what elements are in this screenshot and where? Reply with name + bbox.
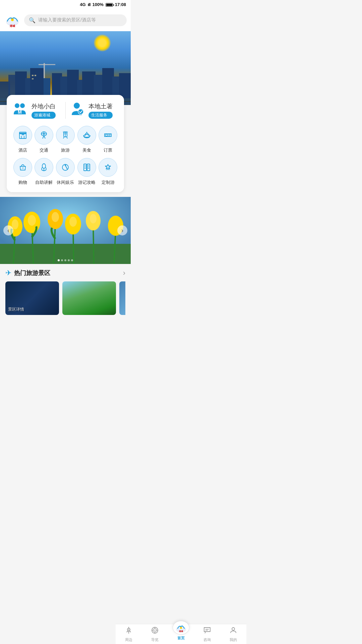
notes-label: 游记攻略: [78, 179, 96, 185]
service-guide[interactable]: 自助讲解: [34, 158, 55, 185]
svg-rect-46: [63, 131, 68, 132]
svg-text:港城: 港城: [10, 24, 15, 28]
svg-point-42: [43, 133, 45, 135]
service-hotel[interactable]: 酒店: [12, 126, 34, 153]
travel-label: 旅游: [61, 147, 70, 153]
user-type-local[interactable]: 本地土著 生活服务: [69, 102, 119, 119]
dot-2[interactable]: [61, 259, 63, 261]
signal-bars: ıll: [88, 2, 90, 7]
carousel-dots: [58, 259, 73, 261]
service-food[interactable]: 美食: [76, 126, 98, 153]
service-shopping[interactable]: 购物: [12, 158, 34, 185]
dot-4[interactable]: [68, 259, 70, 261]
outsider-badge: 游遍港城: [32, 112, 56, 119]
svg-point-29: [74, 103, 80, 109]
service-travel[interactable]: 旅游: [55, 126, 76, 153]
service-leisure[interactable]: 休闲娱乐: [55, 158, 76, 185]
guide-icon: [35, 158, 53, 177]
food-label: 美食: [82, 147, 91, 153]
svg-point-88: [69, 217, 77, 227]
leisure-icon: [56, 158, 75, 177]
notes-icon: [77, 158, 96, 177]
service-ticket[interactable]: 订票: [97, 126, 119, 153]
leisure-label: 休闲娱乐: [57, 179, 74, 185]
user-type-outsider[interactable]: M 外地小白 游遍港城: [12, 102, 62, 119]
local-info: 本地土著 生活服务: [88, 102, 113, 119]
svg-point-86: [28, 215, 36, 226]
outsider-info: 外地小白 游遍港城: [32, 102, 56, 119]
spot-card-1[interactable]: [62, 281, 116, 315]
dot-3[interactable]: [64, 259, 66, 261]
svg-line-61: [65, 165, 67, 169]
battery-icon: [106, 2, 113, 7]
svg-rect-36: [23, 134, 24, 135]
ticket-icon: [99, 126, 117, 145]
local-badge: 生活服务: [88, 112, 113, 119]
battery-percent: 100%: [93, 2, 104, 7]
service-panel: M 外地小白 游遍港城: [7, 95, 124, 192]
svg-rect-21: [35, 75, 36, 76]
svg-line-77: [93, 225, 94, 264]
svg-rect-33: [21, 136, 22, 139]
custom-label: 定制游: [102, 179, 115, 185]
travel-icon: [56, 126, 75, 145]
svg-point-30: [78, 109, 83, 114]
custom-icon: [99, 158, 117, 177]
dot-5[interactable]: [71, 259, 73, 261]
search-placeholder: 请输入要搜索的景区/酒店等: [38, 17, 96, 23]
svg-rect-20: [32, 75, 34, 76]
local-icon: [69, 102, 84, 119]
transport-label: 交通: [40, 147, 48, 153]
search-icon: 🔍: [29, 17, 36, 23]
svg-point-62: [65, 165, 66, 166]
carousel: ‹ ›: [0, 197, 131, 264]
type-divider: [65, 102, 66, 119]
local-name: 本地土著: [88, 102, 113, 110]
svg-rect-9: [39, 64, 55, 65]
hot-section: ✈ 热门旅游景区 › 景区详情: [0, 264, 131, 320]
hero-banner: [0, 31, 131, 105]
palm-icon: ✈: [5, 269, 11, 277]
svg-point-53: [106, 134, 108, 136]
svg-line-47: [63, 137, 64, 139]
app-logo[interactable]: 港城: [4, 12, 21, 29]
header: 港城 🔍 请输入要搜索的景区/酒店等: [0, 9, 131, 31]
carousel-prev[interactable]: ‹: [3, 225, 13, 235]
hot-more-icon[interactable]: ›: [123, 269, 125, 277]
status-bar: 4G ıll 100% 17:08: [0, 0, 131, 9]
svg-point-87: [52, 212, 59, 222]
hotel-label: 酒店: [18, 147, 27, 153]
search-bar[interactable]: 🔍 请输入要搜索的景区/酒店等: [24, 14, 127, 26]
svg-rect-35: [22, 134, 23, 135]
hotel-icon: [13, 126, 32, 145]
hot-title-row: ✈ 热门旅游景区: [5, 269, 50, 277]
spot-card-0[interactable]: 景区详情: [5, 281, 59, 315]
svg-line-41: [44, 136, 45, 139]
svg-point-58: [42, 164, 46, 168]
svg-point-89: [90, 214, 97, 223]
spots-scroll: 景区详情: [5, 281, 125, 317]
service-transport[interactable]: 交通: [34, 126, 55, 153]
svg-rect-64: [87, 164, 90, 171]
hot-title: 热门旅游景区: [14, 269, 50, 277]
shopping-label: 购物: [18, 179, 27, 185]
svg-point-26: [15, 103, 19, 108]
user-types-row: M 外地小白 游遍港城: [12, 102, 119, 119]
carousel-next[interactable]: ›: [117, 225, 127, 235]
service-notes[interactable]: 游记攻略: [76, 158, 98, 185]
hot-header: ✈ 热门旅游景区 ›: [5, 269, 125, 277]
svg-line-48: [67, 137, 67, 139]
signal-text: 4G: [80, 2, 85, 7]
shopping-icon: [13, 158, 32, 177]
dot-1[interactable]: [58, 259, 60, 261]
service-custom[interactable]: 定制游: [97, 158, 119, 185]
guide-label: 自助讲解: [35, 179, 53, 185]
svg-line-40: [43, 136, 44, 139]
spot-card-2[interactable]: [119, 281, 125, 315]
svg-text:M: M: [18, 109, 22, 115]
svg-rect-22: [32, 78, 34, 79]
transport-icon: [35, 126, 53, 145]
outsider-icon: M: [12, 102, 27, 119]
svg-rect-34: [23, 136, 25, 139]
svg-rect-63: [84, 164, 86, 171]
